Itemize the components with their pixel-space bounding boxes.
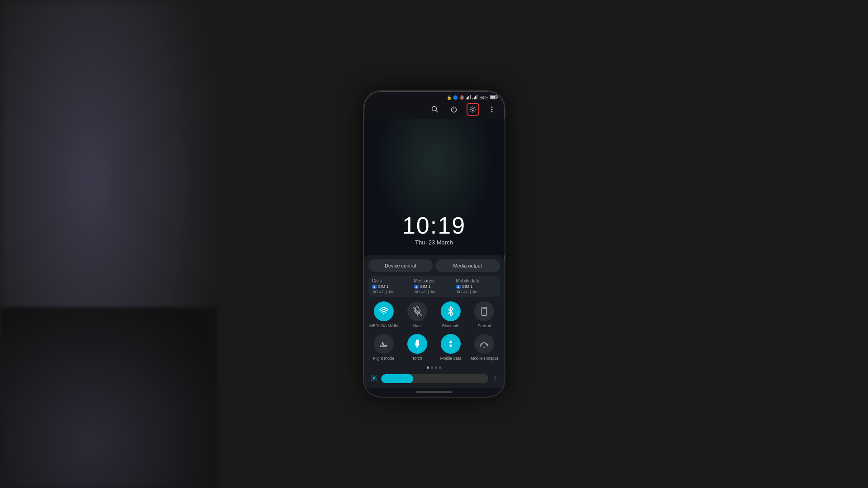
info-row: Calls 1 SIM 1 JIO 4G | Jio Messages 1 SI…: [368, 276, 500, 297]
messages-sim-label: SIM 1: [420, 284, 431, 289]
mute-status-icon: 🔇: [459, 95, 464, 100]
svg-rect-1: [467, 97, 468, 99]
mute-tile[interactable]: Mute: [402, 301, 433, 328]
messages-title: Messages: [414, 278, 454, 283]
torch-tile-label: Torch: [412, 356, 422, 361]
more-button[interactable]: [486, 103, 498, 116]
calls-sim-label: SIM 1: [378, 284, 389, 289]
svg-rect-10: [497, 97, 498, 98]
lock-icon: 🔒: [447, 95, 452, 100]
svg-point-24: [484, 347, 485, 348]
dot-2: [431, 366, 433, 369]
mobiledata-sim-badge: 1: [456, 285, 461, 289]
svg-rect-2: [468, 96, 469, 99]
svg-point-25: [373, 377, 375, 379]
mute-tile-icon: [407, 301, 427, 321]
signal2-icon: [472, 95, 478, 100]
portrait-tile[interactable]: Portrait: [469, 301, 500, 328]
brightness-track[interactable]: [381, 374, 488, 383]
clock-date: Thu, 23 March: [415, 239, 453, 246]
clock-time: 10:19: [402, 214, 466, 237]
device-control-tab[interactable]: Device control: [368, 259, 433, 272]
action-bar: [364, 102, 505, 119]
brightness-fill: [381, 374, 413, 383]
bluetooth-tile[interactable]: Bluetooth: [435, 301, 466, 328]
messages-sim-badge: 1: [414, 285, 419, 289]
svg-line-12: [436, 111, 438, 113]
svg-point-15: [491, 109, 492, 110]
power-button[interactable]: [448, 103, 460, 116]
mobile-data-tile-icon: [441, 334, 461, 354]
phone-frame: 🔒 🔵 🔇 84%: [363, 90, 505, 398]
dot-4: [439, 366, 441, 369]
brightness-row: ⋮: [368, 373, 500, 384]
settings-button[interactable]: [467, 103, 479, 116]
dot-3: [435, 366, 437, 369]
svg-rect-6: [475, 96, 476, 99]
brightness-icon: [370, 375, 377, 383]
mobile-data-tile-label: Mobile data: [440, 356, 462, 361]
svg-rect-3: [470, 95, 471, 99]
svg-point-14: [491, 107, 492, 108]
svg-point-17: [383, 314, 384, 315]
portrait-tile-label: Portrait: [478, 324, 491, 328]
dots-indicator: [368, 366, 500, 370]
messages-sim: 1 SIM 1: [414, 284, 454, 289]
bluetooth-tile-label: Bluetooth: [442, 324, 459, 328]
calls-card[interactable]: Calls 1 SIM 1 JIO 4G | Jio: [372, 278, 412, 294]
dot-1: [427, 366, 429, 369]
brightness-more-button[interactable]: ⋮: [492, 375, 498, 382]
hotspot-tile-icon: [474, 334, 494, 354]
calls-network: JIO 4G | Jio: [372, 290, 412, 294]
calls-title: Calls: [372, 278, 412, 283]
mobiledata-sim: 1 SIM 1: [456, 284, 496, 289]
hotspot-tile-label: Mobile Hotspot: [471, 356, 498, 361]
wifi-tile-label: MEDUSA MAIN: [369, 324, 398, 328]
search-button[interactable]: [429, 103, 441, 116]
tiles-row-1: MEDUSA MAIN Mute: [368, 300, 500, 329]
svg-point-16: [491, 111, 492, 113]
media-output-tab[interactable]: Media output: [435, 259, 500, 272]
mobiledata-title: Mobile data: [456, 278, 496, 283]
flight-tile-icon: [374, 334, 394, 354]
svg-rect-4: [472, 98, 473, 99]
wifi-tile[interactable]: MEDUSA MAIN: [368, 301, 399, 328]
mobiledata-sim-label: SIM 1: [462, 284, 473, 289]
mobile-data-tile[interactable]: Mobile data: [435, 334, 466, 361]
panel-tabs: Device control Media output: [368, 259, 500, 272]
messages-card[interactable]: Messages 1 SIM 1 JIO 4G | Jio: [414, 278, 454, 294]
svg-rect-0: [466, 98, 467, 99]
flight-tile[interactable]: Flight mode: [368, 334, 399, 361]
status-icons: 🔒 🔵 🔇 84%: [447, 95, 498, 100]
hotspot-tile[interactable]: Mobile Hotspot: [469, 334, 500, 361]
battery-text: 84%: [479, 95, 488, 100]
messages-network: JIO 4G | Jio: [414, 290, 454, 294]
portrait-tile-icon: [474, 301, 494, 321]
bluetooth-tile-icon: [441, 301, 461, 321]
svg-rect-23: [416, 346, 418, 348]
torch-tile[interactable]: Torch: [402, 334, 433, 361]
svg-rect-9: [491, 96, 495, 99]
wifi-tile-icon: [374, 301, 394, 321]
svg-point-13: [472, 108, 474, 111]
mute-tile-label: Mute: [413, 324, 422, 328]
background-desk: [0, 307, 217, 488]
svg-rect-7: [476, 95, 477, 99]
svg-rect-5: [474, 97, 475, 99]
mobiledata-card[interactable]: Mobile data 1 SIM 1 JIO 4G | Jio: [456, 278, 496, 294]
svg-point-22: [484, 314, 485, 314]
notification-panel: Device control Media output Calls 1 SIM …: [364, 255, 505, 388]
calls-sim: 1 SIM 1: [372, 284, 412, 289]
bluetooth-status-icon: 🔵: [453, 95, 458, 100]
torch-tile-icon: [407, 334, 427, 354]
clock-area: 10:19 Thu, 23 March: [364, 119, 505, 255]
battery-icon: [490, 95, 498, 100]
bottom-bar: [364, 388, 505, 397]
status-bar: 🔒 🔵 🔇 84%: [364, 91, 505, 102]
home-indicator: [416, 391, 452, 393]
signal1-icon: [466, 95, 471, 100]
calls-sim-badge: 1: [372, 285, 377, 289]
tiles-row-2: Flight mode Torch: [368, 333, 500, 362]
flight-tile-label: Flight mode: [373, 356, 394, 361]
mobiledata-network: JIO 4G | Jio: [456, 290, 496, 294]
